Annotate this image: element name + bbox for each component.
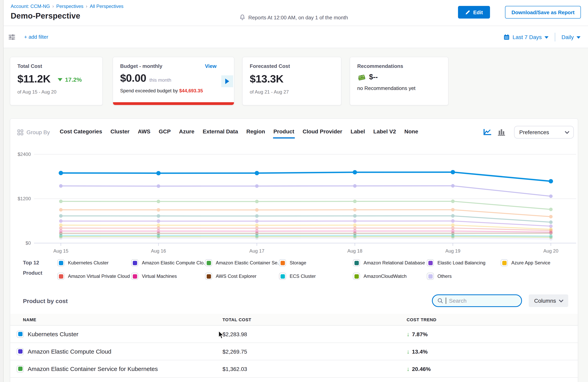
tab-external-data[interactable]: External Data [202, 126, 238, 138]
search-icon [438, 298, 443, 304]
legend-item-amazon-elastic-compute-cloud[interactable]: Amazon Elastic Compute Clo... [131, 258, 205, 268]
breadcrumb-account-link[interactable]: Account: CCM-NG [11, 3, 50, 9]
total-cost-period: of Aug 15 - Aug 20 [17, 89, 95, 95]
filter-sliders-icon [8, 34, 15, 40]
tab-region[interactable]: Region [246, 126, 266, 138]
legend-item-kubernetes-cluster[interactable]: Kubernetes Cluster [57, 258, 131, 268]
total-cost-card[interactable]: Total Cost $11.2K 17.2% of Aug 15 - Aug … [10, 57, 103, 105]
bar-chart-icon [497, 129, 506, 136]
legend-label: Others [438, 273, 452, 279]
tab-cost-categories[interactable]: Cost Categories [59, 126, 103, 138]
tab-azure[interactable]: Azure [179, 126, 195, 138]
reports-note-text: Reports At 12:00 AM, on day 1 of the mon… [248, 14, 348, 20]
table-row-amazon-elastic-compute-cloud[interactable]: Amazon Elastic Compute Cloud$2,269.75↓13… [10, 343, 578, 360]
forecasted-cost-period: of Aug 21 - Aug 27 [250, 89, 334, 95]
date-range-dropdown[interactable]: Last 7 Days [504, 34, 548, 40]
series-storage[interactable] [59, 208, 553, 218]
bar-chart-toggle[interactable] [497, 129, 506, 136]
forecasted-cost-card[interactable]: Forecasted Cost $13.3K of Aug 21 - Aug 2… [242, 57, 341, 105]
row-swatch [17, 365, 24, 372]
column-header-name[interactable]: NAME [23, 317, 222, 322]
filter-bar: + add filter Last 7 Days Daily [3, 26, 588, 48]
cost-line-chart[interactable]: $0$1200$2400Aug 15Aug 16Aug 17Aug 18Aug … [10, 148, 578, 256]
series-aws-cost-explorer[interactable] [59, 231, 553, 235]
tab-cluster[interactable]: Cluster [110, 126, 130, 138]
recommendations-card[interactable]: Recommendations $-- no Recommendations y… [350, 57, 448, 105]
edit-button[interactable]: Edit [458, 6, 490, 19]
tab-cloud-provider[interactable]: Cloud Provider [302, 126, 343, 138]
svg-text:Aug 20: Aug 20 [543, 248, 558, 253]
legend-item-ecs-cluster[interactable]: ECS Cluster [279, 271, 353, 281]
legend-item-amazon-virtual-private-cloud[interactable]: Amazon Virtual Private Cloud [57, 271, 131, 281]
table-row-amazon-elastic-container-service-for-kubernetes[interactable]: Amazon Elastic Container Service for Kub… [10, 360, 578, 378]
product-by-cost-heading: Product by cost [23, 297, 68, 304]
forecasted-cost-value: $13.3K [250, 73, 334, 85]
breadcrumb-perspectives-link[interactable]: Perspectives [56, 3, 83, 9]
series-kubernetes-cluster[interactable] [59, 170, 553, 183]
legend-item-others[interactable]: Others [427, 271, 501, 281]
product-name: Amazon Elastic Container Service for Kub… [28, 365, 158, 372]
granularity-label: Daily [562, 34, 574, 40]
total-cost-cell: $1,362.03 [222, 366, 407, 372]
tab-aws[interactable]: AWS [137, 126, 151, 138]
row-swatch [17, 348, 24, 355]
chevron-down-icon [545, 36, 548, 38]
product-cost-table: NAME TOTAL COST COST TREND Kubernetes Cl… [10, 314, 578, 378]
legend-item-amazoncloudwatch[interactable]: AmazonCloudWatch [353, 271, 427, 281]
table-search-box[interactable] [432, 294, 522, 307]
table-row-kubernetes-cluster[interactable]: Kubernetes Cluster$2,283.98↓7.87% [10, 325, 578, 343]
breadcrumb-all-perspectives-link[interactable]: All Perspectives [90, 3, 124, 9]
legend-item-aws-cost-explorer[interactable]: AWS Cost Explorer [205, 271, 279, 281]
columns-button[interactable]: Columns [529, 294, 568, 307]
legend-swatch [57, 259, 64, 266]
calendar-icon [504, 34, 510, 40]
page-header: Account: CCM-NG › Perspectives › All Per… [3, 0, 588, 26]
legend-swatch [353, 259, 360, 266]
trend-down-arrow-icon: ↓ [407, 365, 410, 372]
line-chart-toggle[interactable] [483, 129, 492, 136]
legend-label: Azure App Service [511, 260, 550, 266]
series-azure-app-service[interactable] [59, 223, 553, 231]
recommendations-subtext: no Recommendations yet [357, 85, 441, 91]
budget-exceeded-value: $44,693.35 [179, 88, 203, 94]
filter-settings-button[interactable] [8, 34, 15, 40]
legend-label: Elastic Load Balancing [438, 260, 485, 266]
total-cost-delta-value: 17.2% [65, 76, 82, 83]
budget-view-link[interactable]: View [205, 63, 217, 69]
tab-gcp[interactable]: GCP [158, 126, 171, 138]
granularity-dropdown[interactable]: Daily [562, 34, 581, 40]
series-amazon-elastic-compute-cloud[interactable] [59, 184, 553, 198]
preferences-dropdown[interactable]: Preferences [514, 126, 574, 138]
legend-item-virtual-machines[interactable]: Virtual Machines [131, 271, 205, 281]
tab-label-v2[interactable]: Label V2 [373, 126, 396, 138]
column-header-cost-trend[interactable]: COST TREND [407, 317, 437, 322]
tab-none[interactable]: None [404, 126, 419, 138]
divider [555, 33, 555, 41]
search-input[interactable] [449, 298, 508, 304]
total-cost-delta: 17.2% [58, 76, 82, 83]
legend-item-azure-app-service[interactable]: Azure App Service [501, 258, 575, 268]
legend-group-label: Top 12 Product [23, 258, 57, 281]
legend-label: Amazon Elastic Compute Clo... [142, 260, 205, 266]
chart-controls: Preferences [483, 126, 574, 138]
add-filter-link[interactable]: + add filter [24, 34, 48, 40]
card-carousel-next-button[interactable] [221, 75, 233, 87]
legend-label: Amazon Virtual Private Cloud [68, 273, 130, 279]
legend-swatch [279, 259, 286, 266]
svg-text:Aug 17: Aug 17 [249, 248, 264, 253]
tab-label[interactable]: Label [350, 126, 365, 138]
legend-item-amazon-elastic-container-service-for-kubernetes[interactable]: Amazon Elastic Container Se... [205, 258, 279, 268]
tab-product[interactable]: Product [273, 126, 295, 138]
page-title: Demo-Perspective [11, 11, 80, 20]
pencil-icon [465, 10, 470, 15]
budget-card[interactable]: Budget - monthly View $0.00 this month S… [113, 57, 234, 105]
line-chart-icon [483, 129, 492, 136]
download-save-report-button[interactable]: Download/Save as Report [505, 6, 581, 19]
legend-item-elastic-load-balancing[interactable]: Elastic Load Balancing [427, 258, 501, 268]
column-header-total-cost[interactable]: TOTAL COST [222, 317, 407, 322]
legend-swatch [279, 273, 286, 280]
recommendations-title: Recommendations [357, 63, 441, 69]
legend-item-amazon-relational-database-service[interactable]: Amazon Relational Database ... [353, 258, 427, 268]
chart-legend-grid: Kubernetes ClusterAmazon Elastic Compute… [57, 258, 575, 281]
legend-item-storage[interactable]: Storage [279, 258, 353, 268]
